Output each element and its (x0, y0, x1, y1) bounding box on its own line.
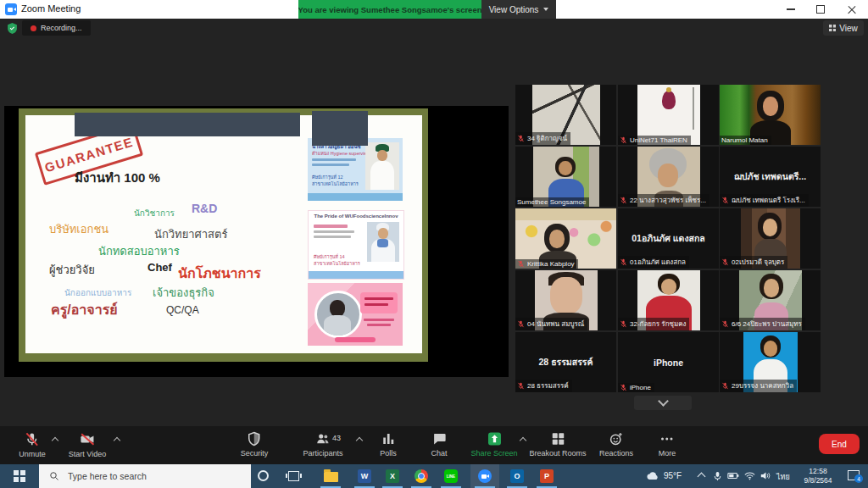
breakout-rooms-label: Breakout Rooms (529, 449, 586, 458)
alumni3-title-box (360, 292, 398, 313)
mic-muted-icon (620, 384, 627, 391)
minimize-button[interactable] (777, 0, 804, 19)
participant-tile[interactable]: 02เปรมวดี จุลบุตร (720, 208, 821, 269)
breakout-rooms-button[interactable]: Breakout Rooms (529, 431, 586, 458)
participant-name: 02เปรมวดี จุลบุตร (732, 257, 784, 268)
alumni1-batch: ศิษย์เก่ารุ่นที่ 12 (312, 174, 343, 180)
mic-muted-icon (721, 197, 729, 204)
chrome-icon (415, 469, 428, 483)
notification-count-badge: 4 (854, 474, 863, 483)
security-button[interactable]: Security (241, 431, 269, 458)
temperature-readout[interactable]: 95°F (664, 471, 682, 480)
reactions-button[interactable]: Reactions (599, 431, 633, 458)
chat-button[interactable]: Chat (431, 431, 447, 458)
participant-tile-active-speaker[interactable]: Narumol Matan (720, 85, 821, 145)
participants-icon (315, 431, 331, 446)
participants-button[interactable]: Participants 43 (303, 431, 342, 458)
more-button[interactable]: More (659, 431, 676, 458)
taskbar-chrome[interactable] (407, 464, 436, 488)
share-screen-button[interactable]: Share Screen (470, 431, 517, 458)
career-word: นักวิชาการ (134, 207, 175, 219)
zoom-toolbar: Unmute Start Video Security Participants… (0, 426, 868, 464)
start-video-label: Start Video (69, 450, 106, 458)
participant-tile[interactable]: 34 ฐิติกาญจน์ (515, 85, 616, 145)
participant-tile[interactable]: 28 ธรรมสรรค์ 28 ธรรมสรรค์ (515, 332, 616, 392)
zoom-icon (478, 469, 492, 483)
battery-icon[interactable] (727, 471, 739, 480)
participant-name: 29บรรจง นาคสหกวิล (732, 380, 793, 391)
taskbar-excel[interactable]: X (378, 464, 407, 488)
excel-icon: X (386, 469, 399, 483)
card-footer-strip (308, 193, 403, 201)
weather-cloud-icon[interactable] (646, 471, 659, 480)
taskbar-search[interactable] (39, 464, 251, 488)
polls-button[interactable]: Polls (380, 431, 397, 458)
mic-muted-icon (721, 382, 729, 390)
polls-label: Polls (380, 449, 397, 458)
recording-label: Recording... (41, 24, 82, 32)
text-line-decor (364, 319, 394, 321)
tray-expand-caret[interactable] (698, 473, 706, 481)
taskbar-clock[interactable]: 12:58 9/8/2564 (795, 467, 841, 486)
powerpoint-icon: P (540, 469, 554, 483)
participant-name: 34 ฐิติกาญจน์ (527, 133, 567, 144)
participant-name: 01อภินภัศ แดงสกล (630, 257, 686, 268)
participant-tile[interactable]: iPhone iPhone (618, 332, 719, 392)
recording-dot-icon (31, 25, 36, 31)
taskbar-powerpoint[interactable]: P (532, 464, 561, 488)
speaker-icon[interactable] (760, 471, 771, 480)
taskbar-word[interactable]: W (350, 464, 379, 488)
share-screen-icon (487, 431, 502, 446)
participant-name-label: iPhone (618, 383, 654, 392)
participant-tile[interactable]: 29บรรจง นาคสหกวิล (720, 332, 821, 392)
participant-tile[interactable]: Krittika Kabploy (515, 208, 616, 269)
participants-count-badge: 43 (332, 434, 341, 442)
taskbar-line[interactable]: LINE (437, 464, 465, 488)
start-video-button[interactable]: Start Video (69, 431, 106, 458)
unmute-button[interactable]: Unmute (19, 431, 46, 458)
restore-button[interactable] (807, 0, 834, 19)
participant-tile[interactable]: 04 นันทพน สมบูรณ์ (515, 270, 616, 330)
window-titlebar: Zoom Meeting You are viewing Sumethee So… (0, 0, 868, 19)
start-button[interactable] (0, 464, 39, 488)
end-meeting-button[interactable]: End (819, 434, 860, 454)
meeting-security-shield-icon[interactable] (7, 22, 18, 35)
clock-time: 12:58 (795, 467, 841, 476)
slide-headline: มีงานทำ 100 % (75, 168, 160, 188)
participant-name: 6/6 24ปิยะพร ปานสมุทร (732, 319, 802, 330)
mic-muted-icon (620, 136, 627, 144)
chat-bubble-icon (431, 431, 447, 446)
search-input[interactable] (66, 470, 222, 482)
gallery-view-button[interactable]: View (823, 20, 864, 36)
breakout-rooms-icon (550, 431, 565, 446)
participant-tile[interactable]: 32-กัลยกร รักชุมคง (618, 270, 719, 330)
windows-taskbar: W X LINE O P 95°F ไทย 12:58 9/8/2564 4 (0, 464, 868, 488)
unmute-options-caret[interactable] (52, 437, 58, 444)
taskbar-zoom-active[interactable] (470, 464, 499, 488)
share-options-caret[interactable] (520, 437, 526, 444)
participant-tile[interactable]: Sumethee Songsamoe (515, 147, 616, 207)
participants-options-caret[interactable] (356, 437, 363, 444)
gallery-next-page-button[interactable] (634, 396, 692, 410)
participant-tile[interactable]: ฌปภัช เทพดนตรี... ฌปภัช เทพดนตรี โรงเรี.… (720, 147, 821, 207)
taskbar-outlook[interactable]: O (503, 464, 531, 488)
video-options-caret[interactable] (114, 437, 120, 444)
participant-tile[interactable]: 6/6 24ปิยะพร ปานสมุทร (720, 270, 821, 330)
reactions-smiley-icon (609, 431, 624, 446)
action-center-icon[interactable]: 4 (848, 470, 860, 480)
language-indicator[interactable]: ไทย (776, 471, 790, 483)
participant-name: iPhone (630, 384, 651, 391)
wifi-icon[interactable] (744, 471, 755, 480)
tray-mic-icon[interactable] (713, 471, 722, 481)
participant-tile[interactable]: 01อภินภัศ แดงสกล 01อภินภัศ แดงสกล (618, 208, 719, 269)
cortana-icon[interactable] (258, 470, 269, 481)
task-view-icon[interactable] (288, 471, 299, 481)
participant-tile[interactable]: UniNet71 ThaiREN (618, 85, 719, 145)
taskbar-file-explorer[interactable] (316, 464, 345, 488)
view-options-dropdown[interactable]: View Options (481, 0, 556, 19)
recording-indicator[interactable]: Recording... (22, 20, 91, 36)
participant-tile[interactable]: 22 นางสาวสุวพัชร เพ็ชร... (618, 147, 719, 207)
close-button[interactable] (838, 0, 865, 19)
alumni2-title: The Pride of WUFoodscienceInnov (309, 214, 403, 219)
text-line-decor (312, 158, 356, 161)
